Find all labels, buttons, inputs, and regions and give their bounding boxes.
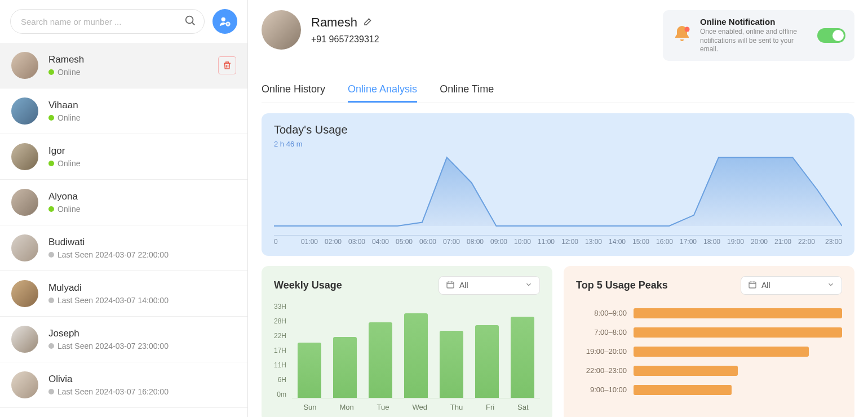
tick-label: 14:00	[605, 238, 629, 246]
peak-row: 9:00–10:00	[576, 385, 842, 395]
avatar	[11, 280, 38, 307]
tick-label: 21:00	[771, 238, 795, 246]
bar	[440, 331, 463, 397]
tick-label: 12:00	[558, 238, 582, 246]
peaks-select[interactable]: All	[741, 276, 842, 295]
tick-label: Sun	[303, 403, 316, 411]
peaks-chart: 8:00–9:00 7:00–8:00 19:00–20:00 22:00–23…	[576, 303, 842, 395]
weekly-y-axis: 33H28H22H17H11H6H0m	[274, 303, 292, 398]
tick-label: 13:00	[582, 238, 605, 246]
search-input[interactable]	[21, 17, 184, 26]
profile-row: Ramesh +91 9657239312 Online Notificatio…	[262, 10, 854, 61]
contact-status: Online	[48, 113, 236, 122]
tick-label: 05:00	[392, 238, 416, 246]
tabs: Online HistoryOnline AnalysisOnline Time	[262, 78, 854, 103]
notification-desc: Once enabled, online and offline notific…	[700, 28, 809, 54]
bar	[475, 325, 499, 398]
status-text: Last Seen 2024-03-07 23:00:00	[57, 341, 169, 351]
weekly-select[interactable]: All	[439, 276, 540, 295]
avatar	[11, 97, 38, 125]
sidebar: Ramesh Online Vihaan Online Igor Online	[0, 0, 248, 417]
tick-label: 01:00	[298, 238, 321, 246]
contact-row[interactable]: Ramesh Online	[0, 43, 247, 88]
contact-body: Alyona Online	[48, 191, 236, 214]
calendar-icon	[446, 280, 455, 291]
tick-label: Thu	[450, 403, 463, 411]
tick-label: 06:00	[416, 238, 440, 246]
peak-bar-wrap	[634, 327, 842, 338]
search-row	[0, 0, 247, 43]
tick-label: Tue	[377, 403, 389, 411]
bottom-row: Weekly Usage All 33H28H22H17H11H6H0m Sun…	[262, 266, 854, 417]
bar	[511, 317, 534, 398]
contact-name: Joseph	[48, 328, 236, 339]
edit-icon[interactable]	[363, 15, 373, 30]
tab[interactable]: Online Analysis	[348, 78, 417, 103]
peak-row: 8:00–9:00	[576, 308, 842, 318]
tick-label: 15:00	[629, 238, 653, 246]
avatar	[11, 143, 38, 170]
peak-label: 7:00–8:00	[576, 328, 627, 336]
tick-label: 17:00	[676, 238, 700, 246]
tick-label: 0	[274, 238, 298, 246]
contact-row[interactable]: Joseph Last Seen 2024-03-07 23:00:00	[0, 317, 247, 362]
tick-label: 0m	[274, 391, 286, 398]
status-dot-icon	[48, 161, 54, 166]
bar	[298, 343, 321, 398]
peak-row: 19:00–20:00	[576, 347, 842, 357]
status-text: Online	[57, 68, 80, 77]
tick-label: 22:00	[795, 238, 818, 246]
delete-button[interactable]	[218, 56, 236, 74]
peak-row: 7:00–8:00	[576, 327, 842, 338]
tick-label: Sat	[517, 403, 529, 411]
tick-label: 28H	[274, 317, 286, 325]
contact-status: Last Seen 2024-03-07 23:00:00	[48, 341, 236, 351]
contact-row[interactable]: Mulyadi Last Seen 2024-03-07 14:00:00	[0, 271, 247, 317]
status-dot-icon	[48, 252, 54, 258]
svg-point-4	[685, 26, 690, 32]
weekly-chart: 33H28H22H17H11H6H0m SunMonTueWedThuFriSa…	[274, 303, 540, 411]
status-dot-icon	[48, 206, 54, 212]
contact-row[interactable]: Vihaan Online	[0, 88, 247, 134]
peaks-select-label: All	[761, 281, 822, 290]
chevron-down-icon	[525, 281, 533, 290]
contact-row[interactable]: Alyona Online	[0, 180, 247, 225]
tick-label: 08:00	[463, 238, 487, 246]
svg-rect-6	[749, 282, 756, 288]
peak-bar-wrap	[634, 347, 842, 357]
weekly-usage-card: Weekly Usage All 33H28H22H17H11H6H0m Sun…	[262, 266, 552, 417]
bar	[333, 337, 357, 398]
tick-label: 10:00	[511, 238, 534, 246]
tick-label: 23:00	[818, 238, 842, 246]
search-box[interactable]	[10, 9, 205, 34]
contact-row[interactable]: Budiwati Last Seen 2024-03-07 22:00:00	[0, 225, 247, 271]
contact-row[interactable]: Igor Online	[0, 134, 247, 180]
notification-title: Online Notification	[700, 17, 809, 26]
profile-left: Ramesh +91 9657239312	[262, 10, 379, 50]
contact-status: Online	[48, 205, 236, 214]
tick-label: Fri	[486, 403, 494, 411]
notification-toggle[interactable]	[817, 28, 845, 43]
contact-body: Mulyadi Last Seen 2024-03-07 14:00:00	[48, 282, 236, 305]
peak-label: 9:00–10:00	[576, 385, 627, 394]
contact-name: Mulyadi	[48, 282, 236, 294]
contact-row[interactable]: Olivia Last Seen 2024-03-07 16:20:00	[0, 362, 247, 408]
chevron-down-icon	[827, 281, 835, 290]
contacts-list[interactable]: Ramesh Online Vihaan Online Igor Online	[0, 43, 247, 417]
tick-label: 11H	[274, 361, 286, 369]
peak-label: 8:00–9:00	[576, 309, 627, 317]
contact-body: Budiwati Last Seen 2024-03-07 22:00:00	[48, 237, 236, 259]
contact-body: Igor Online	[48, 145, 236, 168]
weekly-select-label: All	[459, 281, 520, 290]
tab[interactable]: Online Time	[440, 78, 494, 103]
tab[interactable]: Online History	[262, 78, 325, 103]
peak-bar	[634, 366, 738, 376]
status-text: Online	[57, 113, 80, 122]
status-text: Last Seen 2024-03-07 14:00:00	[57, 296, 169, 305]
contact-status: Online	[48, 68, 218, 77]
svg-point-0	[186, 16, 193, 24]
profile-phone: +91 9657239312	[311, 34, 379, 45]
add-contact-button[interactable]	[212, 9, 237, 34]
bar	[404, 313, 428, 397]
contact-name: Olivia	[48, 374, 236, 385]
